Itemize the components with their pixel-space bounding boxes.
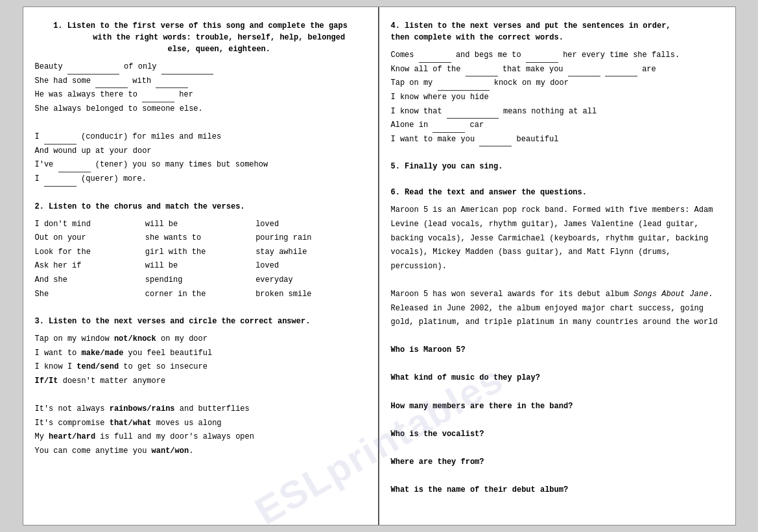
blank [432, 124, 465, 133]
album-title: Songs About Jane [634, 290, 708, 299]
s4-line-2: Know all of the that make you are [391, 63, 724, 77]
blank [568, 67, 600, 76]
circle-line-3: I know I tend/send to get so insecure [35, 360, 366, 375]
blank [156, 79, 188, 88]
match-row: Ask her if [35, 259, 145, 273]
verse-line-2: She had some with [35, 75, 366, 89]
match-row: Out on your [35, 231, 145, 246]
s4-line-3: Tap on my knock on my door [391, 76, 724, 91]
match-col-1: I don't mind Out on your Look for the As… [35, 218, 145, 302]
circle-line-6: It's compromise that/what moves us along [35, 417, 366, 431]
match-row: she wants to [145, 231, 255, 246]
option: heart/hard [49, 432, 95, 441]
match-row: will be [145, 218, 255, 232]
section-2-body: I don't mind Out on your Look for the As… [35, 218, 366, 302]
verse-line-4: She always belonged to someone else. [35, 102, 366, 117]
section-6-title: 6. Read the text and answer the question… [391, 187, 724, 198]
blank [142, 93, 174, 102]
section-2-title: 2. Listen to the chorus and match the ve… [35, 201, 366, 213]
circle-line-2: I want to make/made you feel beautiful [35, 347, 366, 361]
s4-line-5: I know that means nothing at all [391, 105, 724, 119]
paragraph-2: Maroon 5 has won several awards for its … [391, 288, 724, 330]
section-1-body: Beauty of only She had some with He was … [35, 60, 366, 186]
right-column: 4. listen to the next verses and put the… [379, 7, 735, 525]
s4-line-6: Alone in car [391, 119, 724, 133]
question-6: What is the name of their debut album? [391, 483, 724, 498]
section-4-title: 4. listen to the next verses and put the… [391, 20, 724, 43]
section-2: 2. Listen to the chorus and match the ve… [35, 201, 366, 302]
match-table: I don't mind Out on your Look for the As… [35, 218, 366, 302]
match-row: Look for the [35, 246, 145, 260]
option: not/knock [114, 334, 156, 343]
s4-line-7: I want to make you beautiful [391, 133, 724, 147]
blank [44, 135, 77, 145]
question-5: Where are they from? [391, 456, 724, 470]
question-2: What kind of music do they play? [391, 371, 724, 386]
verse-line-1: Beauty of only [35, 60, 366, 75]
blank [419, 54, 451, 63]
section-3: 3. Listen to the next verses and circle … [35, 316, 366, 458]
blank [58, 163, 91, 172]
section-5-title: 5. Finally you can sing. [391, 161, 724, 172]
circle-line-7: My heart/hard is full and my door's alwa… [35, 430, 366, 445]
match-row: everyday [255, 273, 366, 288]
circle-line-8: You can come anytime you want/won. [35, 445, 366, 459]
blank [438, 82, 490, 91]
match-row: I don't mind [35, 218, 145, 232]
circle-line-5: It's not always rainbows/rains and butte… [35, 402, 366, 417]
question-3: How many members are there in the band? [391, 400, 724, 414]
blank [526, 54, 558, 63]
worksheet: 1. Listen to the first verse of this son… [23, 6, 736, 526]
match-row: She [35, 288, 145, 302]
s4-line-1: Comes and begs me to her every time she … [391, 49, 724, 63]
left-column: 1. Listen to the first verse of this son… [23, 7, 379, 525]
option: rainbows/rains [110, 404, 175, 413]
match-row: loved [255, 259, 366, 273]
option: If/It [35, 376, 58, 386]
option: that/what [110, 419, 152, 428]
section-4: 4. listen to the next verses and put the… [391, 20, 724, 146]
blank [44, 178, 77, 187]
verse-line-6: And wound up at your door [35, 145, 366, 159]
question-1: Who is Maroon 5? [391, 343, 724, 358]
paragraph-1: Maroon 5 is an American pop rock band. F… [391, 203, 724, 273]
match-row: pouring rain [255, 231, 366, 246]
blank [67, 65, 119, 75]
match-col-2: will be she wants to girl with the will … [145, 218, 255, 302]
match-row: broken smile [255, 288, 366, 302]
option: make/made [82, 349, 124, 358]
circle-line-1: Tap on my window not/knock on my door [35, 332, 366, 347]
blank [447, 110, 499, 119]
blank [95, 79, 128, 88]
s4-line-4: I know where you hide [391, 91, 724, 105]
blank [466, 67, 498, 76]
circle-line-4: If/It doesn't matter anymore [35, 375, 366, 389]
match-col-3: loved pouring rain stay awhile loved eve… [255, 218, 366, 302]
section-3-title: 3. Listen to the next verses and circle … [35, 316, 366, 327]
match-row: spending [145, 273, 255, 288]
section-6: 6. Read the text and answer the question… [391, 187, 724, 497]
question-4: Who is the vocalist? [391, 428, 724, 442]
section-5: 5. Finally you can sing. [391, 161, 724, 172]
verse-line-5: I (conducir) for miles and miles [35, 130, 366, 145]
blank [605, 67, 637, 76]
blank [161, 65, 213, 75]
blank [479, 137, 512, 146]
match-row: stay awhile [255, 246, 366, 260]
verse-line-8: I (querer) more. [35, 172, 366, 187]
section-6-body: Maroon 5 is an American pop rock band. F… [391, 203, 724, 497]
match-row: girl with the [145, 246, 255, 260]
section-1-title: 1. Listen to the first verse of this son… [35, 20, 366, 55]
section-4-body: Comes and begs me to her every time she … [391, 49, 724, 146]
match-row: will be [145, 259, 255, 273]
match-row: And she [35, 273, 145, 288]
verse-line-7: I've (tener) you so many times but someh… [35, 158, 366, 172]
match-row: corner in the [145, 288, 255, 302]
match-row: loved [255, 218, 366, 232]
verse-line-3: He was always there to her [35, 88, 366, 102]
section-1: 1. Listen to the first verse of this son… [35, 20, 366, 186]
option: tend/send [77, 362, 119, 371]
option: want/won [152, 446, 189, 456]
section-3-body: Tap on my window not/knock on my door I … [35, 332, 366, 458]
